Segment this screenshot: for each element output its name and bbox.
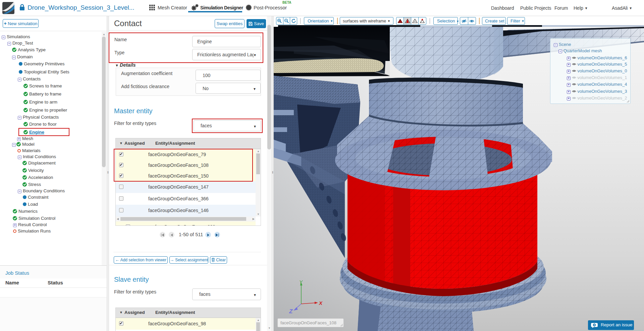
svg-text:Y: Y	[299, 280, 303, 285]
svg-text:Z: Z	[289, 308, 293, 315]
svg-text:X: X	[319, 300, 323, 306]
